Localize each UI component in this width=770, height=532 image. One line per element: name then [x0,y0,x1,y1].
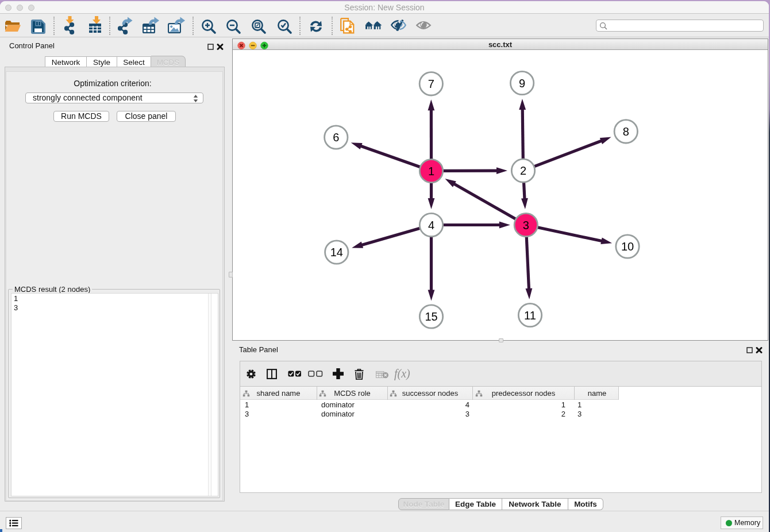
svg-text:2: 2 [520,164,526,177]
svg-text:7: 7 [428,78,434,90]
svg-text:4: 4 [428,219,434,232]
svg-text:f(x): f(x) [394,367,410,380]
svg-text:9: 9 [519,77,525,90]
svg-text:6: 6 [333,131,339,144]
svg-text:11: 11 [524,309,536,322]
svg-text:8: 8 [623,125,629,138]
svg-text:14: 14 [330,246,343,259]
svg-text:1: 1 [428,165,434,178]
svg-text:10: 10 [621,240,634,253]
svg-text:3: 3 [523,219,529,232]
svg-text:15: 15 [425,310,437,323]
